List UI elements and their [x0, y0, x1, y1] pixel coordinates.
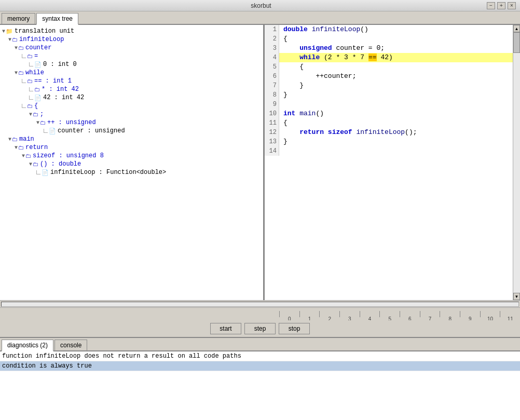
expand-icon: ▼: [2, 29, 5, 34]
tree-row-return[interactable]: ▼ 🗀 return: [0, 143, 263, 152]
folder-icon: 🗀: [33, 161, 38, 168]
expand-icon: ▼: [36, 120, 39, 126]
line-number: 1: [265, 25, 279, 34]
code-line-14: 14: [265, 146, 513, 156]
ruler-tick-9: 9: [460, 311, 480, 317]
bottom-tab-strip: diagnostics (2) console: [0, 338, 520, 351]
tree-label: {: [34, 102, 38, 110]
tree-row-eq-int1[interactable]: 🗀 == : int 1: [0, 77, 263, 85]
tree-row-mul-int42[interactable]: 🗀 * : int 42: [0, 85, 263, 93]
stop-button[interactable]: stop: [279, 323, 310, 334]
tree-row-sizeof[interactable]: ▼ 🗀 sizeof : unsigned 8: [0, 152, 263, 160]
right-scrollbar[interactable]: ▲ ▼: [513, 25, 520, 300]
folder-icon: 🗀: [27, 53, 33, 60]
tree-row-counter-unsigned[interactable]: 📄 counter : unsigned: [0, 127, 263, 135]
folder-icon: 🗀: [25, 153, 31, 159]
hscroll-track[interactable]: [1, 302, 519, 307]
close-button[interactable]: ×: [508, 2, 516, 9]
folder-icon: 🗀: [33, 111, 38, 118]
expand-icon: ▼: [22, 153, 25, 159]
top-area: memory syntax tree ▼ 📁 translation unit: [0, 11, 520, 337]
expand-icon: ▼: [15, 45, 18, 51]
code-area[interactable]: 1 double infiniteLoop() 2 {: [265, 25, 513, 300]
scroll-track[interactable]: [513, 32, 520, 293]
line-number: 2: [265, 34, 279, 44]
folder-icon: 🗀: [12, 36, 18, 43]
tab-diagnostics[interactable]: diagnostics (2): [2, 340, 53, 351]
expand-icon: ▼: [8, 137, 11, 142]
start-button[interactable]: start: [210, 323, 241, 334]
tree-row-int0[interactable]: 📄 0 : int 0: [0, 60, 263, 69]
ruler-tick-7: 7: [420, 311, 440, 317]
folder-icon: 📁: [6, 28, 13, 35]
tree-row-infiniteloop-fn[interactable]: 📄 infiniteLoop : Function<double>: [0, 168, 263, 177]
diagnostics-content: function infiniteLoop does not return a …: [0, 351, 520, 420]
line-content: while (2 * 3 * 7 == 42): [279, 53, 513, 62]
minimize-button[interactable]: −: [487, 2, 495, 9]
ruler-tick-5: 5: [379, 311, 400, 317]
tree-row-infiniteloop[interactable]: ▼ 🗀 infiniteLoop: [0, 35, 263, 44]
expand-icon: ▼: [29, 161, 32, 167]
step-button[interactable]: step: [244, 323, 276, 334]
maximize-button[interactable]: +: [497, 2, 505, 9]
syntax-tree-panel[interactable]: ▼ 📁 translation unit ▼ 🗀 infiniteLoop ▼ …: [0, 25, 265, 300]
tree-row-call-double[interactable]: ▼ 🗀 () : double: [0, 160, 263, 168]
line-content: [279, 146, 513, 156]
diag-line-2[interactable]: condition is always true: [0, 361, 520, 371]
tree-row-equals[interactable]: 🗀 =: [0, 52, 263, 60]
line-number: 12: [265, 128, 279, 137]
tree-row-42-int42[interactable]: 📄 42 : int 42: [0, 93, 263, 102]
code-editor-inner: 1 double infiniteLoop() 2 {: [265, 25, 520, 300]
folder-icon: 🗀: [34, 86, 40, 93]
diag-line-1[interactable]: function infiniteLoop does not return a …: [0, 351, 520, 361]
file-icon: 📄: [34, 61, 42, 68]
code-line-13: 13 }: [265, 137, 513, 146]
tab-memory[interactable]: memory: [2, 13, 35, 24]
tree-row-main[interactable]: ▼ 🗀 main: [0, 135, 263, 143]
tree-label: sizeof : unsigned 8: [33, 152, 104, 159]
tree-label: infiniteLoop : Function<double>: [50, 169, 166, 176]
scroll-down-button[interactable]: ▼: [513, 293, 520, 300]
horizontal-scrollbar[interactable]: [0, 300, 520, 307]
tab-console[interactable]: console: [54, 340, 87, 350]
code-line-7: 7 }: [265, 81, 513, 90]
ruler-tick-1: 1: [299, 311, 320, 317]
tree-label: =: [34, 52, 38, 60]
line-number: 13: [265, 137, 279, 146]
tree-label: 0 : int 0: [43, 61, 77, 68]
code-line-12: 12 return sizeof infiniteLoop();: [265, 128, 513, 137]
code-line-9: 9: [265, 100, 513, 109]
ruler-tick-8: 8: [440, 311, 460, 317]
line-number: 8: [265, 90, 279, 100]
line-content: return sizeof infiniteLoop();: [279, 128, 513, 137]
code-line-6: 6 ++counter;: [265, 72, 513, 81]
main-container: memory syntax tree ▼ 📁 translation unit: [0, 11, 520, 420]
expand-icon: ▼: [15, 145, 18, 151]
tree-label: return: [25, 144, 48, 151]
title-bar: skorbut − + ×: [0, 0, 520, 11]
tree-row-counter[interactable]: ▼ 🗀 counter: [0, 44, 263, 52]
folder-icon: 🗀: [27, 103, 33, 110]
tab-syntax-tree[interactable]: syntax tree: [36, 13, 78, 25]
folder-icon: 🗀: [18, 45, 24, 51]
tree-label: main: [19, 136, 34, 143]
tree-row-while[interactable]: ▼ 🗀 while: [0, 69, 263, 77]
tree-row-semicolon[interactable]: ▼ 🗀 ;: [0, 110, 263, 118]
code-line-4: 4 while (2 * 3 * 7 == 42): [265, 53, 513, 62]
line-number: 11: [265, 118, 279, 128]
scroll-thumb[interactable]: [513, 32, 520, 53]
bottom-panel: diagnostics (2) console function infinit…: [0, 337, 520, 420]
tree-row-translation-unit[interactable]: ▼ 📁 translation unit: [0, 27, 263, 35]
tree-row-brace[interactable]: 🗀 {: [0, 102, 263, 110]
line-number: 7: [265, 81, 279, 90]
ruler-tick-2: 2: [319, 311, 339, 317]
tree-row-plusplus[interactable]: ▼ 🗀 ++ : unsigned: [0, 118, 263, 127]
tree-label: () : double: [40, 160, 81, 168]
line-content: }: [279, 81, 513, 90]
tree-label: translation unit: [15, 28, 74, 35]
tree-label: infiniteLoop: [19, 36, 64, 43]
top-tab-strip: memory syntax tree: [0, 11, 520, 25]
scroll-up-button[interactable]: ▲: [513, 25, 520, 32]
tree-label: * : int 42: [42, 86, 79, 93]
line-content: {: [279, 62, 513, 72]
